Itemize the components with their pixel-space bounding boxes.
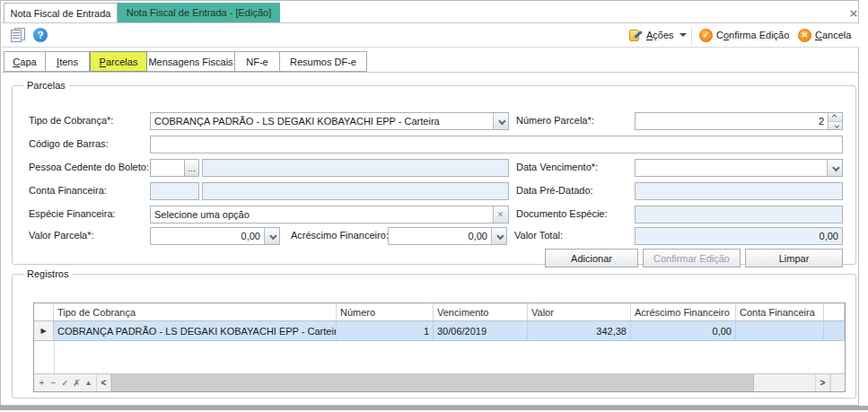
table-row[interactable]: ▶ COBRANÇA PADRÃO - LS DEGAKI KOBAYACHI … [34,321,845,341]
cell-empty [824,321,845,340]
acoes-button[interactable]: Ações [629,26,687,44]
valor-total-value: 0,00 [636,231,842,241]
spin-down-icon[interactable] [829,122,842,130]
conta-financeira-label: Conta Financeira: [29,185,107,196]
cell-conta-financeira[interactable] [736,321,824,340]
numero-parcela-label: Número Parcela*: [516,115,594,126]
cancel-icon: ✕ [798,29,811,42]
scrollbar-corner [830,374,845,391]
subtab-bar: Capa Itens Parcelas Mensagens Fiscais NF… [4,51,367,72]
application-screen: Nota Fiscal de Entrada Nota Fiscal de En… [0,0,868,412]
valor-parcela-input[interactable]: 0,00 [150,227,280,245]
pessoa-cedente-code-input[interactable] [150,159,185,177]
navigator-buttons: + − ✓ ✗ ▲ [34,374,96,391]
tab-parcelas[interactable]: Parcelas [90,51,147,72]
limpar-button[interactable]: Limpar [745,249,843,267]
grid-header-indicator [34,303,54,320]
tipo-cobranca-label: Tipo de Cobrança*: [29,115,113,126]
chevron-down-icon[interactable] [493,113,508,129]
delete-row-icon[interactable]: − [48,378,59,388]
confirma-edicao-button[interactable]: ✓ Confirma Edição [699,26,789,44]
adicionar-button[interactable]: Adicionar [545,249,638,267]
cell-tipo-cobranca[interactable]: COBRANÇA PADRÃO - LS DEGAKI KOBAYACHI EP… [54,321,337,340]
tab-mensagens-fiscais[interactable]: Mensagens Fiscais [147,51,235,72]
numero-parcela-input[interactable]: 2 [635,112,843,130]
chevron-down-icon[interactable] [264,228,279,244]
clear-icon[interactable]: ✕ [493,206,508,223]
confirm-icon: ✓ [699,29,713,42]
numero-parcela-value: 2 [636,116,828,127]
actions-icon [629,29,643,42]
data-pre-datado-label: Data Pré-Datado: [516,185,593,196]
grid-header-tipo-cobranca[interactable]: Tipo de Cobrança [54,303,337,320]
tab-capa[interactable]: Capa [4,51,46,72]
conta-financeira-code-field [150,182,199,200]
documento-especie-label: Documento Espécie: [516,208,608,219]
chevron-down-icon[interactable] [827,160,842,176]
grid-header-valor[interactable]: Valor [528,303,631,320]
documento-especie-field [635,206,843,224]
pessoa-cedente-name-field [202,159,509,177]
scroll-left-icon[interactable]: < [96,374,111,391]
cell-acrescimo[interactable]: 0,00 [631,321,736,340]
codigo-barras-input[interactable] [150,136,843,153]
confirmar-edicao-button: Confirmar Edição [643,249,741,267]
cell-numero[interactable]: 1 [337,321,434,340]
grid-empty-area[interactable] [34,341,845,373]
codigo-barras-label: Código de Barras: [29,138,109,149]
valor-parcela-value: 0,00 [151,231,264,241]
chevron-down-icon[interactable] [491,228,506,244]
report-icon[interactable] [11,28,26,42]
data-vencimento-select[interactable] [635,159,843,177]
scroll-right-icon[interactable]: > [815,374,830,391]
tab-resumos-dfe[interactable]: Resumos DF-e [280,51,367,72]
close-icon[interactable]: × [846,4,862,21]
especie-financeira-label: Espécie Financeira: [29,208,116,219]
grid-header-vencimento[interactable]: Vencimento [434,303,528,320]
indicator-column-line [54,341,55,373]
chevron-down-icon [679,33,687,37]
registros-grid: Tipo de Cobrança Número Vencimento Valor… [33,302,846,392]
append-row-icon[interactable]: + [36,378,48,388]
grid-header-conta-financeira[interactable]: Conta Financeira [736,303,824,320]
toolbar: ? Ações ✓ Confirma Edição ✕ Cancela [2,23,859,48]
cell-valor[interactable]: 342,38 [528,321,631,340]
tab-itens[interactable]: Itens [46,51,90,72]
data-vencimento-label: Data Vencimento*: [516,162,598,172]
window-bottom-edge [0,406,868,410]
tipo-cobranca-value: COBRANÇA PADRÃO - LS DEGAKI KOBAYACHI EP… [151,116,493,127]
confirma-label: Confirma Edição [716,30,789,40]
pessoa-cedente-label: Pessoa Cedente do Boleto: [29,162,149,172]
grid-header-row: Tipo de Cobrança Número Vencimento Valor… [34,303,845,321]
conta-financeira-name-field [202,182,509,200]
especie-financeira-select[interactable]: Selecione uma opção ✕ [150,206,509,224]
tab-nota-fiscal-entrada-edicao[interactable]: Nota Fiscal de Entrada - [Edição] [118,3,280,22]
numero-parcela-stepper [828,113,842,129]
pessoa-cedente-browse-button[interactable]: ... [184,159,199,177]
acrescimo-value: 0,00 [389,231,491,241]
parcelas-group-title: Parcelas [23,80,69,91]
valor-parcela-label: Valor Parcela*: [29,230,94,241]
help-icon[interactable]: ? [33,28,48,42]
tab-nota-fiscal-entrada[interactable]: Nota Fiscal de Entrada [4,3,118,22]
registros-group-title: Registros [23,268,72,279]
parcelas-groupbox: Parcelas Tipo de Cobrança*: COBRANÇA PAD… [12,80,856,265]
cell-vencimento[interactable]: 30/06/2019 [434,321,528,340]
cancela-label: Cancela [815,30,851,40]
scrollbar-thumb[interactable] [111,374,754,391]
grid-header-acrescimo[interactable]: Acréscimo Financeiro [631,303,736,320]
subtab-divider [2,72,859,73]
grid-navigator: + − ✓ ✗ ▲ < > [34,373,845,391]
grid-header-numero[interactable]: Número [337,303,434,320]
edit-row-icon[interactable]: ▲ [83,379,94,387]
cancel-edit-icon[interactable]: ✗ [71,378,83,388]
valor-total-field: 0,00 [635,227,843,245]
tab-nfe[interactable]: NF-e [235,51,280,72]
post-edit-icon[interactable]: ✓ [59,378,71,388]
grid-header-empty [824,303,845,320]
tipo-cobranca-select[interactable]: COBRANÇA PADRÃO - LS DEGAKI KOBAYACHI EP… [150,112,509,130]
cancela-button[interactable]: ✕ Cancela [798,26,851,44]
scrollbar-track[interactable] [754,374,815,391]
spin-up-icon[interactable] [829,113,842,122]
acrescimo-input[interactable]: 0,00 [388,227,507,245]
